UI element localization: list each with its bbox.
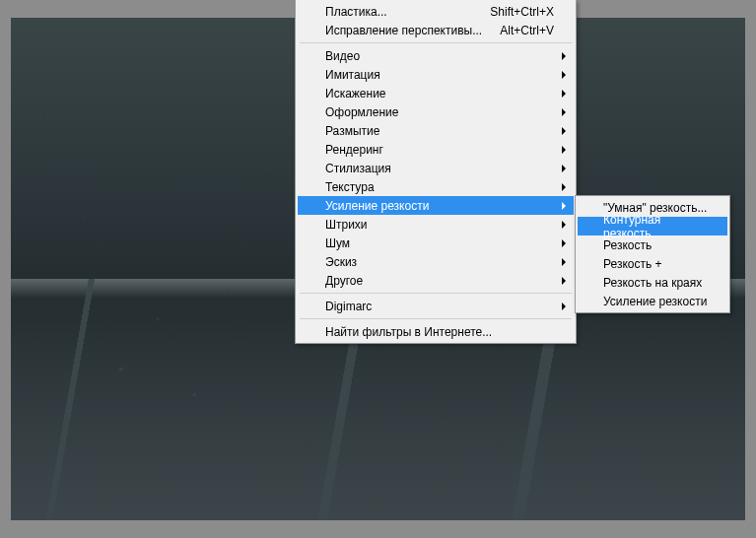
submenu-arrow-icon: [562, 52, 566, 60]
menu-item-shortcut: Alt+Ctrl+V: [500, 24, 554, 37]
menu-separator: [300, 42, 572, 43]
submenu-arrow-icon: [562, 183, 566, 191]
menu-item-label: Усиление резкости: [603, 295, 716, 308]
submenu-arrow-icon: [562, 277, 566, 285]
menu-item-label: Другое: [325, 274, 554, 288]
submenu-arrow-icon: [562, 221, 566, 229]
menu-item-label: Резкость: [603, 238, 716, 252]
submenu-item-sharpen[interactable]: Резкость: [578, 235, 727, 254]
submenu-item-sharpen-enhance[interactable]: Усиление резкости: [578, 292, 727, 310]
menu-item-label: Имитация: [325, 68, 554, 82]
menu-separator: [300, 318, 572, 319]
menu-item-vanishing-point[interactable]: Исправление перспективы... Alt+Ctrl+V: [298, 21, 574, 39]
menu-item-pixelate[interactable]: Оформление: [298, 102, 574, 121]
menu-item-label: Исправление перспективы...: [325, 24, 500, 37]
submenu-item-unsharp-mask[interactable]: Контурная резкость...: [578, 217, 727, 235]
menu-item-texture[interactable]: Текстура: [298, 177, 574, 196]
submenu-arrow-icon: [562, 108, 566, 116]
submenu-arrow-icon: [562, 303, 566, 310]
menu-item-label: Стилизация: [325, 162, 554, 175]
submenu-arrow-icon: [562, 90, 566, 98]
menu-item-digimarc[interactable]: Digimarc: [298, 297, 574, 315]
menu-item-label: Digimarc: [325, 300, 554, 313]
submenu-item-sharpen-edges[interactable]: Резкость на краях: [578, 273, 727, 292]
menu-item-label: Найти фильтры в Интернете...: [325, 325, 554, 339]
menu-item-other[interactable]: Другое: [298, 271, 574, 290]
menu-item-liquify[interactable]: Пластика... Shift+Ctrl+X: [298, 2, 574, 21]
menu-item-sharpen[interactable]: Усиление резкости: [298, 196, 574, 215]
sharpen-submenu: "Умная" резкость... Контурная резкость..…: [575, 195, 730, 313]
menu-item-browse-filters-online[interactable]: Найти фильтры в Интернете...: [298, 322, 574, 341]
menu-item-label: Оформление: [325, 105, 554, 119]
menu-item-shortcut: Shift+Ctrl+X: [490, 5, 554, 19]
menu-item-noise[interactable]: Шум: [298, 234, 574, 252]
submenu-arrow-icon: [562, 202, 566, 210]
menu-item-label: Размытие: [325, 124, 554, 138]
submenu-item-sharpen-more[interactable]: Резкость +: [578, 254, 727, 273]
menu-item-label: Текстура: [325, 180, 554, 194]
menu-item-label: Пластика...: [325, 5, 490, 19]
submenu-arrow-icon: [562, 165, 566, 172]
submenu-arrow-icon: [562, 258, 566, 266]
menu-item-artistic[interactable]: Имитация: [298, 65, 574, 84]
submenu-arrow-icon: [562, 127, 566, 135]
submenu-arrow-icon: [562, 239, 566, 247]
menu-item-render[interactable]: Рендеринг: [298, 140, 574, 159]
menu-item-distort[interactable]: Искажение: [298, 84, 574, 102]
menu-item-sketch[interactable]: Эскиз: [298, 252, 574, 271]
menu-item-stylize[interactable]: Стилизация: [298, 159, 574, 177]
submenu-arrow-icon: [562, 146, 566, 154]
menu-item-label: Рендеринг: [325, 143, 554, 157]
submenu-arrow-icon: [562, 71, 566, 79]
menu-item-blur[interactable]: Размытие: [298, 121, 574, 140]
menu-item-label: Искажение: [325, 87, 554, 101]
menu-item-video[interactable]: Видео: [298, 46, 574, 65]
menu-item-brush-strokes[interactable]: Штрихи: [298, 215, 574, 234]
menu-item-label: Резкость +: [603, 257, 716, 271]
menu-item-label: Резкость на краях: [603, 276, 716, 290]
menu-item-label: Штрихи: [325, 218, 554, 232]
menu-item-label: Эскиз: [325, 255, 554, 269]
menu-item-label: Шум: [325, 236, 554, 250]
filter-menu: Пластика... Shift+Ctrl+X Исправление пер…: [295, 0, 577, 344]
menu-item-label: Видео: [325, 49, 554, 63]
menu-separator: [300, 293, 572, 294]
menu-item-label: Усиление резкости: [325, 199, 554, 213]
